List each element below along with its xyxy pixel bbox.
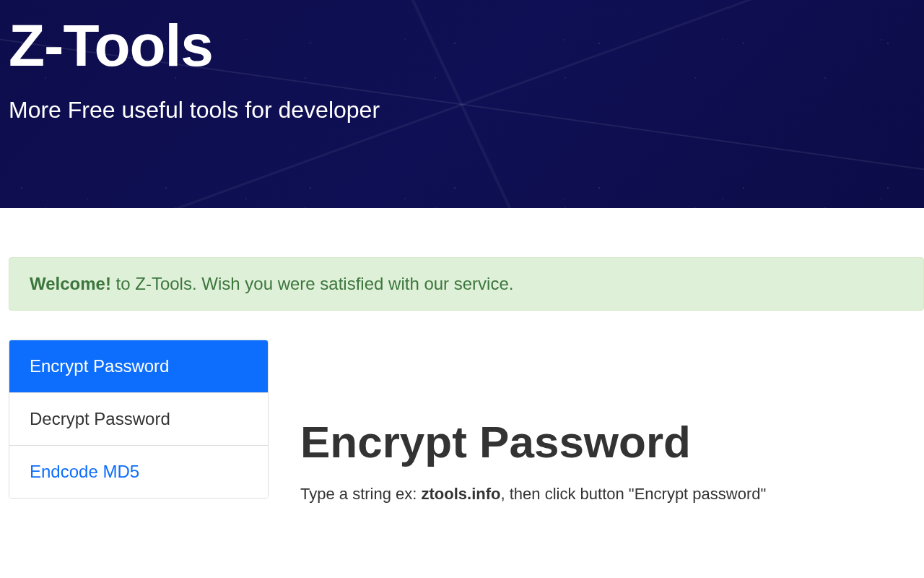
site-header: Z-Tools More Free useful tools for devel… <box>0 0 924 208</box>
sidebar-item-label: Encrypt Password <box>30 356 169 376</box>
instruction-prefix: Type a string ex: <box>300 485 422 503</box>
sidebar-item-encode-md5[interactable]: Endcode MD5 <box>9 446 268 498</box>
instruction-text: Type a string ex: ztools.info, then clic… <box>300 485 924 504</box>
sidebar-item-decrypt-password[interactable]: Decrypt Password <box>9 393 268 446</box>
instruction-suffix: , then click button "Encrypt password" <box>501 485 767 503</box>
instruction-bold: ztools.info <box>422 485 501 503</box>
content-area: Welcome! to Z-Tools. Wish you were satis… <box>0 208 924 504</box>
welcome-bold: Welcome! <box>30 274 111 293</box>
welcome-alert: Welcome! to Z-Tools. Wish you were satis… <box>9 257 924 311</box>
sidebar-item-encrypt-password[interactable]: Encrypt Password <box>9 340 268 393</box>
site-subtitle: More Free useful tools for developer <box>9 97 915 124</box>
site-title: Z-Tools <box>9 13 915 78</box>
sidebar-nav: Encrypt Password Decrypt Password Endcod… <box>9 340 269 499</box>
page-title: Encrypt Password <box>300 416 924 467</box>
main-content: Encrypt Password Type a string ex: ztool… <box>300 340 924 504</box>
sidebar-item-label: Endcode MD5 <box>30 462 139 481</box>
main-area: Encrypt Password Decrypt Password Endcod… <box>9 340 924 504</box>
sidebar-item-label: Decrypt Password <box>30 409 170 428</box>
welcome-text: to Z-Tools. Wish you were satisfied with… <box>111 274 514 293</box>
